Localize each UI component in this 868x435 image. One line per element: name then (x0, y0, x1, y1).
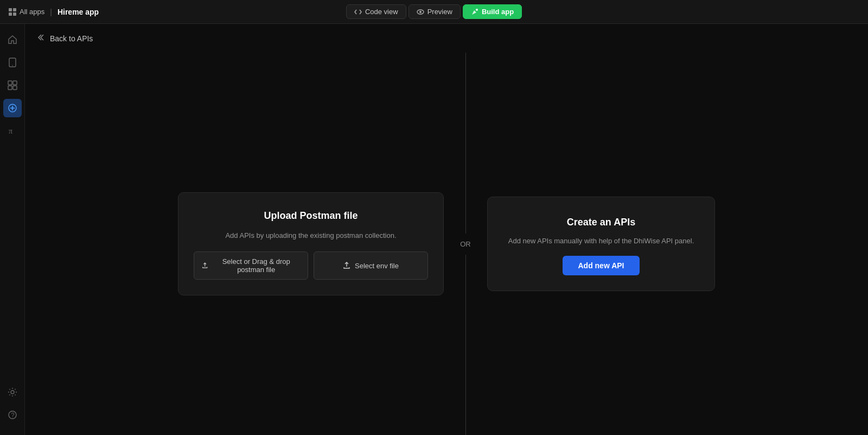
upload-env-icon (343, 262, 350, 269)
mobile-icon (8, 58, 17, 67)
svg-rect-9 (8, 81, 12, 85)
double-chevron-left-icon (36, 33, 46, 42)
build-icon (471, 8, 478, 16)
sidebar-item-mobile[interactable] (3, 53, 22, 72)
upload-card-title: Upload Postman file (264, 210, 358, 222)
math-icon: π (8, 126, 17, 136)
or-text: OR (460, 234, 471, 255)
or-divider: OR (444, 53, 487, 435)
back-label: Back to APIs (50, 34, 93, 43)
app-name: Hireme app (58, 8, 99, 16)
svg-rect-0 (9, 8, 12, 11)
svg-point-6 (476, 9, 478, 11)
nav-center: Code view Preview Build app (346, 4, 522, 19)
code-icon (354, 8, 362, 16)
component-icon (8, 80, 17, 90)
sidebar: π ? (0, 24, 25, 435)
upload-buttons: Select or Drag & drop postman file Selec… (194, 251, 428, 280)
back-chevrons-icon (36, 33, 46, 44)
settings-icon (8, 387, 17, 397)
sidebar-item-settings[interactable] (3, 383, 22, 401)
sidebar-item-api[interactable] (3, 99, 22, 117)
svg-rect-3 (13, 12, 16, 16)
upload-postman-card: Upload Postman file Add APIs by uploadin… (178, 192, 444, 296)
eye-icon (417, 8, 424, 16)
svg-rect-12 (13, 86, 17, 90)
preview-button[interactable]: Preview (409, 4, 461, 19)
sidebar-item-math[interactable]: π (3, 122, 22, 140)
svg-point-5 (419, 11, 422, 13)
or-line-top (465, 53, 466, 234)
select-postman-file-button[interactable]: Select or Drag & drop postman file (194, 251, 308, 280)
or-line-bottom (465, 255, 466, 436)
create-card-description: Add new APIs manually with help of the D… (508, 236, 694, 247)
back-to-apis[interactable]: Back to APIs (25, 24, 868, 53)
upload-card-description: Add APIs by uploading the existing postm… (225, 230, 396, 241)
nav-separator: | (50, 8, 52, 16)
top-nav: All apps | Hireme app Code view Preview … (0, 0, 868, 24)
sidebar-bottom: ? (3, 406, 22, 428)
center-area: Upload Postman file Add APIs by uploadin… (25, 53, 868, 435)
svg-text:π: π (9, 127, 12, 135)
svg-rect-11 (8, 86, 12, 90)
api-plus-icon (8, 103, 17, 113)
layout: π ? (0, 24, 868, 435)
help-icon: ? (8, 410, 17, 420)
svg-point-17 (11, 390, 14, 394)
main-content: Back to APIs Upload Postman file Add API… (25, 24, 868, 435)
nav-left: All apps | Hireme app (9, 8, 346, 16)
sidebar-item-components[interactable] (3, 76, 22, 94)
grid-icon (9, 8, 16, 16)
create-card-title: Create an APIs (567, 217, 635, 228)
all-apps-link[interactable]: All apps (9, 8, 44, 16)
sidebar-item-home[interactable] (3, 30, 22, 49)
build-app-button[interactable]: Build app (463, 4, 522, 19)
svg-text:?: ? (11, 412, 14, 418)
select-env-file-button[interactable]: Select env file (314, 251, 428, 280)
svg-rect-2 (9, 12, 12, 16)
svg-point-8 (12, 65, 13, 66)
create-apis-card: Create an APIs Add new APIs manually wit… (487, 197, 715, 292)
add-new-api-button[interactable]: Add new API (563, 256, 639, 275)
home-icon (8, 35, 17, 45)
upload-icon (202, 262, 208, 269)
sidebar-item-help[interactable]: ? (3, 406, 22, 424)
code-view-button[interactable]: Code view (346, 4, 406, 19)
svg-rect-1 (13, 8, 16, 11)
svg-rect-10 (13, 81, 17, 85)
